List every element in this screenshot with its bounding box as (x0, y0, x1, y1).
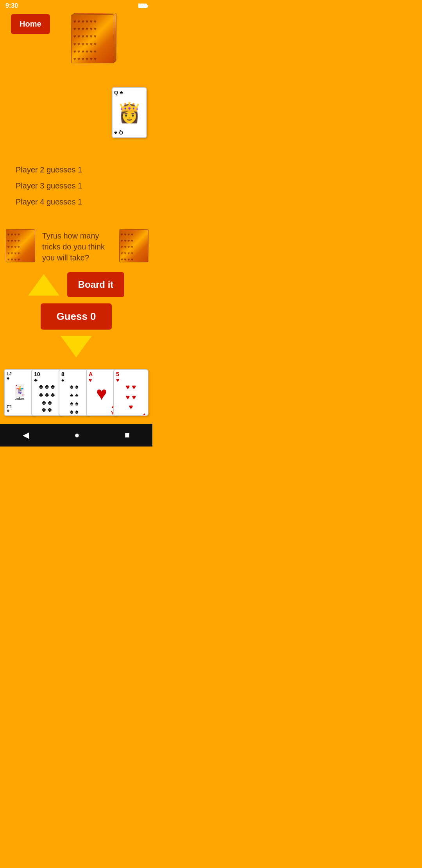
controls-area: Board it Guess 0 (0, 272, 152, 357)
right-deck: ♥ ♥ ♥ ♥♥ ♥ ♥ ♥♥ ♥ ♥ ♥♥ ♥ ♥ ♥♥ ♥ ♥ ♥ (117, 229, 148, 264)
decrement-button[interactable] (61, 336, 92, 357)
card-5-hearts[interactable]: 5 ♥ ♥ ♥ ♥ ♥ ♥ 5♥ (113, 369, 148, 416)
board-it-button[interactable]: Board it (67, 272, 125, 297)
card-10-clubs[interactable]: 10 ♣ ♣ ♣ ♣ ♣ ♣ ♣ ♣ ♣ ♣ ♣ 10♣ (31, 369, 63, 416)
status-bar: 9:30 (0, 0, 152, 11)
home-button[interactable]: Home (11, 14, 50, 34)
question-container: Tyrus how many tricks do you think you w… (35, 230, 117, 263)
player-guesses-area: Player 2 guesses 1 Player 3 guesses 1 Pl… (0, 158, 152, 221)
guess-button[interactable]: Guess 0 (41, 303, 111, 330)
center-deck: ♥ ♥ ♥ ♥ ♥ ♥♥ ♥ ♥ ♥ ♥ ♥♥ ♥ ♥ ♥ ♥ ♥♥ ♥ ♥ ♥… (71, 13, 118, 64)
card-ace-hearts[interactable]: A ♥ ♥ A♥ (86, 369, 117, 416)
status-time: 9:30 (5, 2, 18, 9)
back-nav-button[interactable]: ◀ (15, 429, 37, 442)
left-deck: ♥ ♥ ♥ ♥♥ ♥ ♥ ♥♥ ♥ ♥ ♥♥ ♥ ♥ ♥♥ ♥ ♥ ♥ (4, 229, 35, 264)
recent-nav-button[interactable]: ■ (117, 429, 138, 442)
queen-card-area: Q♣ 👸 Q♣ (0, 64, 152, 126)
card-8-spades[interactable]: 8 ♠ ♠ ♠ ♠ ♠ ♠ ♠ ♠ ♠ 8♠ (59, 369, 90, 416)
hand-cards: LJ ♣ 🃏 Joker ♣LJ 10 ♣ ♣ ♣ ♣ ♣ ♣ ♣ ♣ ♣ ♣ … (4, 369, 148, 416)
home-nav-button[interactable]: ● (66, 429, 87, 442)
nav-bar: ◀ ● ■ (0, 424, 152, 447)
up-arrow-row: Board it (28, 272, 125, 297)
queen-card: Q♣ 👸 Q♣ (112, 87, 147, 138)
middle-row: ♥ ♥ ♥ ♥♥ ♥ ♥ ♥♥ ♥ ♥ ♥♥ ♥ ♥ ♥♥ ♥ ♥ ♥ Tyru… (0, 225, 152, 268)
player-3-guess: Player 3 guesses 1 (16, 181, 137, 190)
increment-button[interactable] (28, 274, 59, 296)
hand-area: LJ ♣ 🃏 Joker ♣LJ 10 ♣ ♣ ♣ ♣ ♣ ♣ ♣ ♣ ♣ ♣ … (0, 369, 152, 416)
card-lj[interactable]: LJ ♣ 🃏 Joker ♣LJ (4, 369, 35, 416)
player-2-guess: Player 2 guesses 1 (16, 165, 137, 174)
battery-icon (138, 4, 147, 8)
question-text: Tyrus how many tricks do you think you w… (38, 230, 114, 263)
player-4-guess: Player 4 guesses 1 (16, 197, 137, 206)
